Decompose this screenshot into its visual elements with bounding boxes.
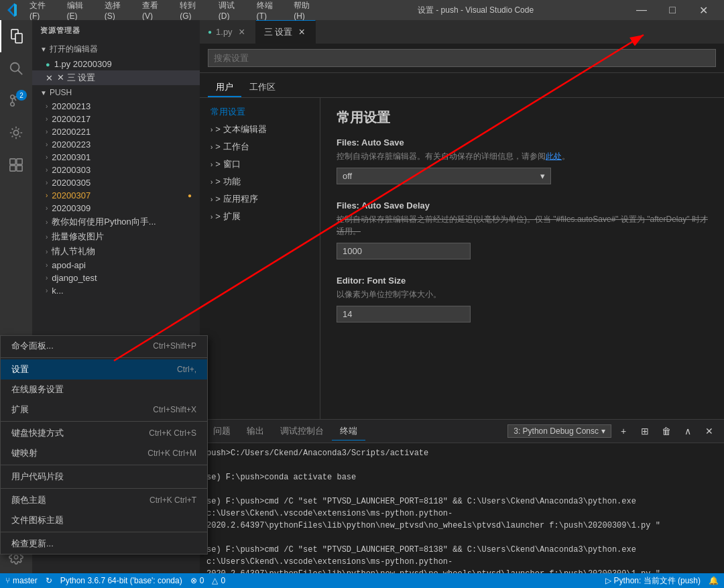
activity-files[interactable]	[0, 20, 32, 52]
context-menu-extensions[interactable]: 扩展 Ctrl+Shift+X	[1, 400, 207, 420]
settings-body: 常用设置 › > 文本编辑器 › > 工作台 › > 窗口	[200, 98, 724, 419]
sidebar-item-k[interactable]: ›k...	[32, 284, 200, 297]
activity-search[interactable]	[0, 52, 32, 84]
settings-nav-features[interactable]: › > 功能	[200, 173, 320, 190]
settings-tab-workspace[interactable]: 工作区	[241, 78, 284, 97]
sidebar-item-apod-api[interactable]: ›apod-api	[32, 259, 200, 272]
sidebar-item-python-tutorial[interactable]: ›教你如何使用Python向手...	[32, 215, 200, 229]
menu-goto[interactable]: 转到(G)	[174, 0, 211, 22]
context-menu-command-palette[interactable]: 命令面板... Ctrl+Shift+P	[1, 336, 207, 356]
tab-settings-close[interactable]: ×	[296, 27, 307, 38]
terminal-tab-output[interactable]: 输出	[239, 422, 272, 440]
terminal-collapse-button[interactable]: ∧	[678, 422, 697, 440]
terminal-trash-button[interactable]: 🗑	[657, 422, 676, 440]
terminal-line: push>C:/Users/Ckend/Anaconda3/Scripts/ac…	[206, 447, 717, 459]
terminal-content[interactable]: push>C:/Users/Ckend/Anaconda3/Scripts/ac…	[200, 443, 724, 573]
sidebar-item-20200213[interactable]: ›20200213	[32, 100, 200, 113]
context-menu-keymaps[interactable]: 键映射 Ctrl+K Ctrl+M	[1, 443, 207, 463]
settings-section-title: 常用设置	[337, 109, 708, 127]
autosave-delay-desc: 控制自动保存脏编辑器之前经过的延迟(以毫秒为单位)。仅当 "#files.aut…	[337, 213, 708, 237]
tab-1py[interactable]: ● 1.py ×	[200, 20, 256, 44]
sidebar-file-1py[interactable]: ● 1.py 20200309	[32, 58, 200, 70]
activity-extensions[interactable]	[0, 149, 32, 181]
sidebar-item-batch-images[interactable]: ›批量修改图片	[32, 229, 200, 244]
sidebar-item-20200217[interactable]: ›20200217	[32, 113, 200, 125]
menu-debug[interactable]: 调试(D)	[213, 0, 250, 22]
activity-source-control[interactable]: 2	[0, 84, 32, 117]
autosave-select[interactable]: off ▾	[337, 168, 551, 184]
terminal-dropdown[interactable]: 3: Python Debug Consc ▾	[507, 424, 611, 438]
terminal-split-button[interactable]: ⊞	[636, 422, 654, 440]
status-python[interactable]: Python 3.6.7 64-bit ('base': conda)	[60, 576, 182, 585]
settings-nav-app[interactable]: › > 应用程序	[200, 190, 320, 208]
sidebar-item-20200221[interactable]: ›20200221	[32, 125, 200, 138]
menu-help[interactable]: 帮助(H)	[288, 0, 325, 22]
menu-select[interactable]: 选择(S)	[99, 0, 135, 22]
status-python-run[interactable]: ▷ Python: 当前文件 (push)	[605, 575, 701, 587]
settings-search-input[interactable]	[208, 49, 716, 67]
minimize-button[interactable]: —	[626, 0, 657, 20]
sidebar-item-20200223[interactable]: ›20200223	[32, 138, 200, 151]
sidebar-item-20200307[interactable]: ›20200307	[32, 189, 200, 202]
status-bar: ⑂ master ↻ Python 3.6.7 64-bit ('base': …	[0, 573, 724, 588]
sidebar-item-20200301[interactable]: ›20200301	[32, 151, 200, 164]
context-menu-keyboard-shortcuts[interactable]: 键盘快捷方式 Ctrl+K Ctrl+S	[1, 423, 207, 443]
keyboard-shortcuts-label: 键盘快捷方式	[11, 427, 64, 439]
fontsize-input[interactable]	[337, 306, 471, 322]
status-warnings[interactable]: △ 0	[212, 576, 225, 585]
context-menu-color-theme[interactable]: 颜色主题 Ctrl+K Ctrl+T	[1, 490, 207, 510]
close-button[interactable]: ✕	[688, 0, 719, 20]
terminal-tab-terminal[interactable]: 终端	[332, 422, 365, 440]
context-menu-file-icon-theme[interactable]: 文件图标主题	[1, 510, 207, 530]
settings-nav-workbench-label: > 工作台	[215, 141, 249, 153]
autosave-delay-input[interactable]	[337, 243, 471, 259]
sidebar-item-gifts[interactable]: ›情人节礼物	[32, 244, 200, 259]
settings-nav-text-editor[interactable]: › > 文本编辑器	[200, 121, 320, 138]
push-section[interactable]: ▼ PUSH	[32, 85, 200, 100]
terminal-line	[206, 483, 717, 495]
folder-chevron-icon: ›	[46, 103, 48, 110]
status-branch[interactable]: ⑂ master	[5, 576, 38, 585]
settings-nav-extensions[interactable]: › > 扩展	[200, 208, 320, 225]
maximize-button[interactable]: □	[657, 0, 688, 20]
terminal-tab-debug-console[interactable]: 调试控制台	[272, 422, 332, 440]
status-errors[interactable]: ⊗ 0	[190, 576, 204, 585]
menu-file[interactable]: 文件(F)	[24, 0, 60, 22]
status-sync[interactable]: ↻	[46, 576, 52, 585]
menu-view[interactable]: 查看(V)	[137, 0, 173, 22]
settings-nav-window[interactable]: › > 窗口	[200, 156, 320, 173]
autosave-link[interactable]: 此处	[546, 152, 562, 161]
terminal-close-button[interactable]: ✕	[700, 422, 719, 440]
fontsize-title: Editor: Font Size	[337, 276, 708, 286]
menu-edit[interactable]: 编辑(E)	[62, 0, 98, 22]
terminal-line	[206, 532, 717, 544]
open-editors-section[interactable]: ▼ 打开的编辑器	[32, 41, 200, 58]
context-menu-settings[interactable]: 设置 Ctrl+,	[1, 359, 207, 379]
sidebar-settings[interactable]: ✕ ✕ 三 设置	[32, 70, 200, 85]
terminal-panel: 问题 输出 调试控制台 终端 3: Python Debug Consc ▾ +…	[200, 419, 724, 573]
color-theme-shortcut: Ctrl+K Ctrl+T	[149, 495, 196, 505]
sidebar-item-20200309[interactable]: ›20200309	[32, 202, 200, 215]
context-menu-user-snippets[interactable]: 用户代码片段	[1, 467, 207, 487]
sidebar-item-20200303[interactable]: ›20200303	[32, 164, 200, 176]
context-menu-check-updates[interactable]: 检查更新...	[1, 534, 207, 554]
status-notifications[interactable]: 🔔	[709, 576, 719, 585]
tab-settings[interactable]: 三 设置 ×	[256, 20, 316, 44]
sidebar-item-20200305[interactable]: ›20200305	[32, 176, 200, 189]
settings-nav-common[interactable]: 常用设置	[200, 103, 320, 121]
sidebar-item-django-test[interactable]: ›django_test	[32, 272, 200, 284]
menu-terminal[interactable]: 终端(T)	[251, 0, 288, 22]
keyboard-shortcuts-shortcut: Ctrl+K Ctrl+S	[149, 428, 196, 438]
context-menu: 命令面板... Ctrl+Shift+P 设置 Ctrl+, 在线服务设置 扩展…	[0, 335, 208, 554]
error-icon: ⊗	[190, 576, 197, 585]
activity-debug[interactable]	[0, 117, 32, 149]
folder-chevron-icon: ›	[46, 274, 48, 282]
terminal-add-button[interactable]: +	[614, 422, 633, 440]
settings-tab-user[interactable]: 用户	[208, 78, 241, 97]
settings-nav-workbench[interactable]: › > 工作台	[200, 138, 320, 156]
tab-1py-close[interactable]: ×	[237, 27, 247, 38]
terminal-tab-problems[interactable]: 问题	[205, 422, 239, 440]
user-snippets-label: 用户代码片段	[11, 471, 64, 483]
settings-item-autosave: Files: Auto Save 控制自动保存脏编辑器。有关自动保存的详细信息，…	[337, 137, 708, 184]
context-menu-online-services[interactable]: 在线服务设置	[1, 379, 207, 400]
